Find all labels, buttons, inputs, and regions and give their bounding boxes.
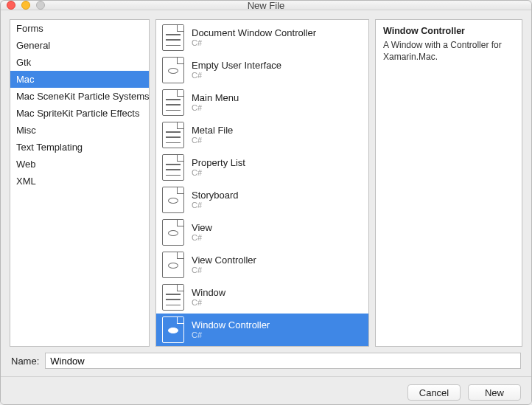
detail-description: A Window with a Controller for Xamarin.M… xyxy=(383,39,514,63)
category-item[interactable]: General xyxy=(10,37,149,54)
view-file-icon xyxy=(162,219,184,246)
template-lang: C# xyxy=(192,298,225,308)
template-name: Document Window Controller xyxy=(192,27,316,39)
template-name: View xyxy=(192,222,212,234)
template-info: ViewC# xyxy=(192,222,212,243)
template-info: StoryboardC# xyxy=(192,190,239,211)
name-bar: Name: xyxy=(1,353,531,376)
category-item[interactable]: Forms xyxy=(10,20,149,37)
template-info: Window ControllerC# xyxy=(192,319,270,341)
file-icon xyxy=(162,284,184,311)
view-file-icon xyxy=(162,252,184,278)
template-lang: C# xyxy=(192,103,239,113)
template-info: Document Window ControllerC# xyxy=(192,27,316,49)
template-lang: C# xyxy=(192,330,270,340)
category-item[interactable]: Web xyxy=(10,156,149,173)
template-lang: C# xyxy=(192,136,233,145)
template-lang: C# xyxy=(192,38,316,48)
template-info: View ControllerC# xyxy=(192,255,256,276)
template-name: View Controller xyxy=(192,255,256,266)
template-item[interactable]: Empty User InterfaceC# xyxy=(156,54,368,86)
cancel-button[interactable]: Cancel xyxy=(407,384,461,401)
template-name: Property List xyxy=(192,157,245,169)
main-content: FormsGeneralGtkMacMac SceneKit Particle … xyxy=(1,10,531,353)
template-lang: C# xyxy=(192,71,281,80)
template-info: Empty User InterfaceC# xyxy=(192,60,281,81)
category-item[interactable]: Mac SceneKit Particle Systems xyxy=(10,88,149,105)
template-name: Empty User Interface xyxy=(192,60,281,72)
template-info: Metal FileC# xyxy=(192,125,233,146)
detail-pane: Window Controller A Window with a Contro… xyxy=(375,19,522,347)
name-label: Name: xyxy=(11,356,39,367)
template-item[interactable]: Document Window ControllerC# xyxy=(156,21,368,54)
view-file-icon xyxy=(162,57,184,83)
template-item[interactable]: StoryboardC# xyxy=(156,184,368,216)
file-icon xyxy=(162,24,184,51)
template-name: Window Controller xyxy=(192,319,270,331)
category-item[interactable]: Mac xyxy=(10,71,149,88)
template-item[interactable]: View ControllerC# xyxy=(156,249,368,281)
template-lang: C# xyxy=(192,168,245,178)
template-info: WindowC# xyxy=(192,287,225,308)
view-file-icon xyxy=(162,187,184,213)
template-item[interactable]: Property ListC# xyxy=(156,151,368,184)
template-item[interactable]: ViewC# xyxy=(156,216,368,249)
category-item[interactable]: Mac SpriteKit Particle Effects xyxy=(10,105,149,122)
detail-title: Window Controller xyxy=(383,26,514,36)
category-item[interactable]: Misc xyxy=(10,122,149,139)
footer: Cancel New xyxy=(1,376,531,405)
category-item[interactable]: Text Templating xyxy=(10,139,149,156)
template-name: Storyboard xyxy=(192,190,239,201)
file-icon xyxy=(162,122,184,148)
template-item[interactable]: Window ControllerC# xyxy=(156,314,368,346)
category-item[interactable]: XML xyxy=(10,173,149,190)
file-icon xyxy=(162,154,184,181)
category-list: FormsGeneralGtkMacMac SceneKit Particle … xyxy=(10,19,150,347)
category-item[interactable]: Gtk xyxy=(10,54,149,71)
window-title: New File xyxy=(1,0,531,11)
template-info: Property ListC# xyxy=(192,157,245,179)
template-item[interactable]: Main MenuC# xyxy=(156,86,368,119)
view-file-icon xyxy=(162,316,184,343)
template-name: Main Menu xyxy=(192,92,239,104)
name-input[interactable] xyxy=(45,353,521,369)
template-lang: C# xyxy=(192,201,239,210)
new-button[interactable]: New xyxy=(468,384,521,401)
template-item[interactable]: Metal FileC# xyxy=(156,119,368,151)
template-lang: C# xyxy=(192,266,256,275)
template-item[interactable]: WindowC# xyxy=(156,281,368,314)
template-name: Window xyxy=(192,287,225,299)
template-lang: C# xyxy=(192,233,212,243)
template-info: Main MenuC# xyxy=(192,92,239,114)
file-icon xyxy=(162,89,184,116)
template-name: Metal File xyxy=(192,125,233,136)
template-list[interactable]: Document Window ControllerC#Empty User I… xyxy=(155,19,369,347)
titlebar: New File xyxy=(1,1,531,10)
